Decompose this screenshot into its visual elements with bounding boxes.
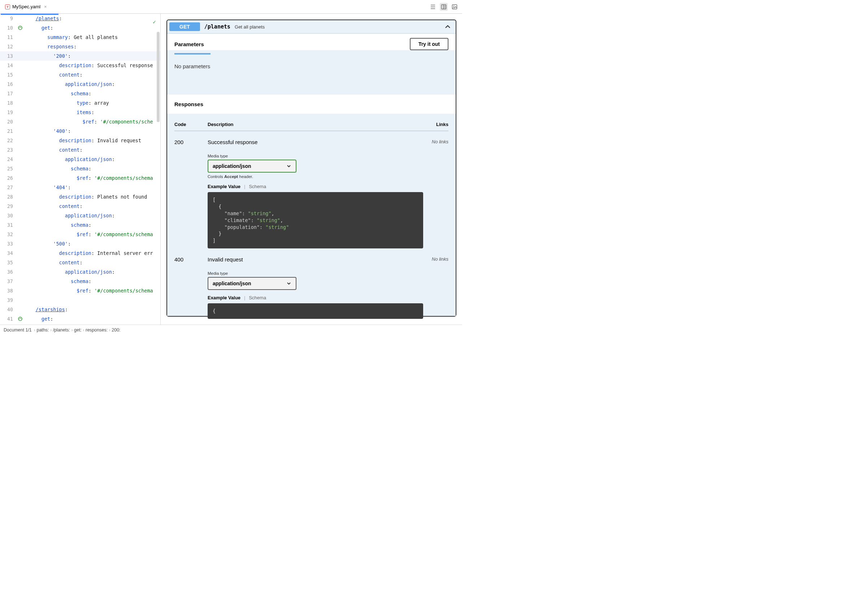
gutter-icon (17, 70, 24, 80)
image-preview-icon[interactable] (450, 3, 458, 11)
gutter-icon (17, 314, 24, 323)
editor-scrollbar[interactable] (157, 32, 159, 122)
media-type-select[interactable]: application/json (208, 277, 296, 290)
code-text: schema: (24, 89, 91, 98)
code-editor[interactable]: ✓ 9 /planets:10 get:11 summary: Get all … (0, 14, 161, 325)
code-line[interactable]: 13 '200': (0, 51, 160, 61)
code-text: content: (24, 145, 83, 155)
breadcrumb-item[interactable]: responses: (86, 328, 107, 333)
media-type-select[interactable]: application/json (208, 159, 296, 173)
code-line[interactable]: 9 /planets: (0, 14, 160, 23)
code-line[interactable]: 15 content: (0, 70, 160, 80)
code-text: schema: (24, 164, 91, 173)
code-line[interactable]: 12 responses: (0, 42, 160, 51)
line-number: 11 (0, 32, 17, 42)
gutter-icon (17, 23, 24, 32)
code-line[interactable]: 40 /starships: (0, 305, 160, 314)
breadcrumb-item[interactable]: get: (74, 328, 81, 333)
line-number: 18 (0, 98, 17, 107)
code-line[interactable]: 17 schema: (0, 89, 160, 98)
code-line[interactable]: 34 description: Internal server err (0, 248, 160, 258)
code-line[interactable]: 30 application/json: (0, 211, 160, 220)
code-line[interactable]: 14 description: Successful response (0, 61, 160, 70)
code-line[interactable]: 10 get: (0, 23, 160, 32)
code-text: /planets: (24, 14, 62, 23)
code-line[interactable]: 28 description: Planets not found (0, 192, 160, 201)
example-value-tab[interactable]: Example Value (208, 295, 241, 300)
line-number: 21 (0, 126, 17, 136)
code-text: $ref: '#/components/schema (24, 286, 153, 295)
media-type-label: Media type (208, 271, 423, 276)
collapse-chevron-icon[interactable] (444, 23, 451, 30)
code-line[interactable]: 32 $ref: '#/components/schema (0, 230, 160, 239)
code-line[interactable]: 36 application/json: (0, 267, 160, 277)
line-number: 12 (0, 42, 17, 51)
gutter-icon (17, 155, 24, 164)
code-line[interactable]: 35 content: (0, 258, 160, 267)
try-it-out-button[interactable]: Try it out (410, 38, 449, 50)
code-line[interactable]: 20 $ref: '#/components/sche (0, 117, 160, 126)
code-line[interactable]: 21 '400': (0, 126, 160, 136)
response-links: No links (423, 256, 449, 319)
breadcrumb-item[interactable]: paths: (37, 328, 49, 333)
response-row: 400 Invalid request Media type applicati… (175, 248, 449, 319)
code-line[interactable]: 41 get: (0, 314, 160, 323)
line-number: 35 (0, 258, 17, 267)
list-view-icon[interactable] (429, 3, 437, 11)
line-number: 9 (0, 14, 17, 23)
breadcrumb-item[interactable]: /planets: (53, 328, 70, 333)
code-line[interactable]: 27 '404': (0, 183, 160, 192)
line-number: 28 (0, 192, 17, 201)
code-text: summary: Get all planets (24, 32, 118, 42)
code-text: description: Successful response (24, 61, 153, 70)
example-value-tab[interactable]: Example Value (208, 184, 241, 189)
code-line[interactable]: 33 '500': (0, 239, 160, 248)
response-description: Successful response (208, 139, 423, 145)
code-line[interactable]: 23 content: (0, 145, 160, 155)
no-parameters-text: No parameters (167, 55, 456, 95)
code-text: application/json: (24, 267, 115, 277)
yaml-file-icon: Y (5, 4, 10, 9)
code-line[interactable]: 31 schema: (0, 220, 160, 230)
code-line[interactable]: 22 description: Invalid request (0, 136, 160, 145)
schema-tab[interactable]: Schema (249, 184, 266, 189)
code-text: application/json: (24, 155, 115, 164)
gutter-icon (17, 42, 24, 51)
tab-separator: | (244, 295, 245, 300)
gutter-icon (17, 98, 24, 107)
schema-tab[interactable]: Schema (249, 295, 266, 300)
code-line[interactable]: 37 schema: (0, 277, 160, 286)
file-tab[interactable]: Y MySpec.yaml × (0, 0, 51, 14)
code-line[interactable]: 39 (0, 295, 160, 305)
code-line[interactable]: 16 application/json: (0, 80, 160, 89)
gutter-icon (17, 277, 24, 286)
line-number: 27 (0, 183, 17, 192)
code-line[interactable]: 18 type: array (0, 98, 160, 107)
breadcrumb-item[interactable]: 200: (112, 328, 120, 333)
code-line[interactable]: 38 $ref: '#/components/schema (0, 286, 160, 295)
code-line[interactable]: 11 summary: Get all planets (0, 32, 160, 42)
gutter-icon (17, 201, 24, 211)
split-preview-icon[interactable] (440, 3, 448, 11)
code-line[interactable]: 25 schema: (0, 164, 160, 173)
example-code-block: [ { "name": "string", "climate": "string… (208, 192, 423, 248)
code-text: get: (24, 23, 53, 32)
code-line[interactable]: 19 items: (0, 107, 160, 117)
line-number: 31 (0, 220, 17, 230)
gutter-icon (17, 80, 24, 89)
code-text: schema: (24, 220, 91, 230)
line-number: 29 (0, 201, 17, 211)
code-line[interactable]: 24 application/json: (0, 155, 160, 164)
line-number: 16 (0, 80, 17, 89)
gutter-icon (17, 61, 24, 70)
operation-path: /planets (204, 23, 230, 30)
chevron-down-icon (287, 281, 291, 286)
close-tab-icon[interactable]: × (44, 4, 47, 9)
operation-header[interactable]: GET /planets Get all planets (167, 20, 456, 34)
code-line[interactable]: 26 $ref: '#/components/schema (0, 173, 160, 183)
line-number: 25 (0, 164, 17, 173)
example-code-block: { (208, 303, 423, 319)
code-text: '404': (24, 183, 71, 192)
code-line[interactable]: 29 content: (0, 201, 160, 211)
gutter-icon (17, 14, 24, 23)
